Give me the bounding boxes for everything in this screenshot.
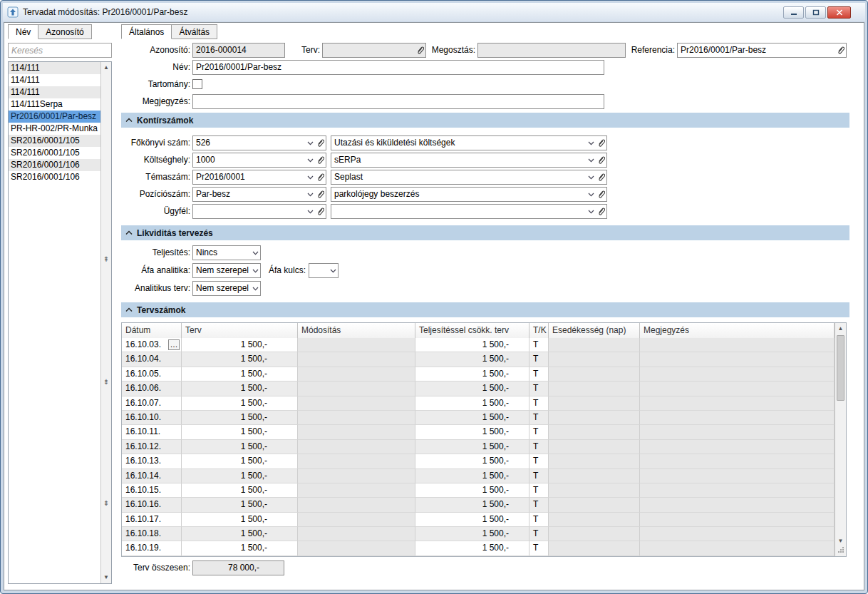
table-row[interactable]: 16.10.19.1 500,-1 500,-T: [122, 541, 835, 555]
table-cell[interactable]: 1 500,-: [182, 367, 298, 382]
table-cell[interactable]: T: [529, 382, 549, 396]
table-cell[interactable]: 1 500,-: [182, 483, 298, 498]
table-cell[interactable]: [298, 513, 415, 527]
row-editor-button[interactable]: …: [168, 339, 180, 350]
table-cell[interactable]: 1 500,-: [182, 541, 298, 555]
table-cell[interactable]: 1 500,-: [182, 513, 298, 527]
scroll-down-icon[interactable]: ▼: [835, 536, 846, 546]
table-cell[interactable]: [549, 498, 640, 512]
table-cell[interactable]: [549, 367, 640, 382]
table-cell[interactable]: 1 500,-: [415, 527, 529, 541]
afa-kulcs-combo[interactable]: [309, 263, 339, 278]
table-cell[interactable]: T: [529, 440, 549, 454]
table-cell[interactable]: [549, 425, 640, 439]
table-cell[interactable]: [549, 352, 640, 367]
table-cell[interactable]: T: [529, 367, 549, 382]
grid-column-header[interactable]: Terv: [182, 323, 298, 338]
table-cell[interactable]: [640, 513, 835, 527]
table-cell[interactable]: [640, 527, 835, 541]
table-cell[interactable]: 1 500,-: [182, 396, 298, 411]
table-cell[interactable]: [298, 396, 415, 411]
table-cell[interactable]: [549, 440, 640, 454]
grid-scrollbar[interactable]: ▲ ▼: [835, 323, 846, 556]
table-cell[interactable]: T: [529, 513, 549, 527]
table-cell[interactable]: T: [529, 396, 549, 411]
table-cell[interactable]: 16.10.14.: [122, 469, 182, 483]
teljesites-combo[interactable]: Nincs: [192, 245, 261, 260]
table-cell[interactable]: [298, 483, 415, 498]
grid-column-header[interactable]: Módosítás: [298, 323, 415, 338]
table-cell[interactable]: T: [529, 352, 549, 367]
table-cell[interactable]: T: [529, 527, 549, 541]
table-cell[interactable]: T: [529, 338, 549, 352]
table-cell[interactable]: [549, 483, 640, 498]
table-cell[interactable]: [640, 440, 835, 454]
table-cell[interactable]: [298, 440, 415, 454]
table-cell[interactable]: T: [529, 498, 549, 512]
table-cell[interactable]: 16.10.03.…: [122, 338, 182, 352]
scrollbar-thumb[interactable]: [837, 335, 844, 401]
close-button[interactable]: [827, 6, 851, 19]
table-cell[interactable]: 1 500,-: [182, 411, 298, 425]
table-cell[interactable]: T: [529, 541, 549, 555]
table-cell[interactable]: [298, 411, 415, 425]
table-cell[interactable]: 1 500,-: [415, 411, 529, 425]
table-cell[interactable]: [640, 469, 835, 483]
table-cell[interactable]: 1 500,-: [415, 513, 529, 527]
table-cell[interactable]: T: [529, 454, 549, 468]
table-cell[interactable]: 1 500,-: [415, 454, 529, 468]
table-cell[interactable]: [549, 541, 640, 555]
table-cell[interactable]: 16.10.06.: [122, 382, 182, 396]
table-row[interactable]: 16.10.04.1 500,-1 500,-T: [122, 352, 835, 367]
table-cell[interactable]: [298, 367, 415, 382]
table-cell[interactable]: 1 500,-: [182, 382, 298, 396]
table-cell[interactable]: 1 500,-: [182, 498, 298, 512]
grid-column-header[interactable]: Megjegyzés: [640, 323, 835, 338]
table-cell[interactable]: [298, 382, 415, 396]
table-row[interactable]: 16.10.14.1 500,-1 500,-T: [122, 469, 835, 483]
grid-column-header[interactable]: Esedékesség (nap): [549, 323, 640, 338]
table-cell[interactable]: [640, 352, 835, 367]
table-cell[interactable]: 1 500,-: [182, 527, 298, 541]
table-cell[interactable]: 16.10.07.: [122, 396, 182, 411]
table-cell[interactable]: 16.10.12.: [122, 440, 182, 454]
analitikus-terv-combo[interactable]: Nem szerepel: [192, 281, 261, 296]
titlebar[interactable]: Tervadat módosítás: Pr2016/0001/Par-besz: [3, 3, 865, 21]
table-cell[interactable]: [298, 498, 415, 512]
table-cell[interactable]: 1 500,-: [182, 352, 298, 367]
table-cell[interactable]: [549, 411, 640, 425]
table-cell[interactable]: [640, 483, 835, 498]
grid-column-header[interactable]: T/K: [529, 323, 549, 338]
table-cell[interactable]: 16.10.10.: [122, 411, 182, 425]
minimize-button[interactable]: [783, 6, 804, 19]
section-tervszamok[interactable]: Tervszámok: [121, 302, 849, 317]
table-cell[interactable]: [640, 367, 835, 382]
table-cell[interactable]: [549, 382, 640, 396]
tab-altalanos[interactable]: Általános: [121, 24, 172, 39]
table-row[interactable]: 16.10.05.1 500,-1 500,-T: [122, 367, 835, 382]
table-row[interactable]: 16.10.16.1 500,-1 500,-T: [122, 498, 835, 512]
table-cell[interactable]: 16.10.19.: [122, 541, 182, 555]
resize-grip-icon[interactable]: [835, 546, 846, 555]
table-cell[interactable]: 16.10.15.: [122, 483, 182, 498]
grid-column-header[interactable]: Teljesítéssel csökk. terv: [415, 323, 529, 338]
table-cell[interactable]: 1 500,-: [415, 396, 529, 411]
table-cell[interactable]: [640, 396, 835, 411]
table-cell[interactable]: T: [529, 469, 549, 483]
table-cell[interactable]: [549, 396, 640, 411]
table-cell[interactable]: 1 500,-: [415, 382, 529, 396]
table-cell[interactable]: 1 500,-: [415, 338, 529, 352]
table-cell[interactable]: [549, 527, 640, 541]
table-cell[interactable]: [640, 498, 835, 512]
grid-column-header[interactable]: Dátum: [122, 323, 182, 338]
table-cell[interactable]: 16.10.18.: [122, 527, 182, 541]
table-cell[interactable]: [640, 338, 835, 352]
table-cell[interactable]: [640, 411, 835, 425]
table-row[interactable]: 16.10.07.1 500,-1 500,-T: [122, 396, 835, 411]
table-cell[interactable]: 1 500,-: [415, 541, 529, 555]
table-cell[interactable]: [640, 382, 835, 396]
table-cell[interactable]: [298, 352, 415, 367]
table-cell[interactable]: 1 500,-: [182, 440, 298, 454]
table-cell[interactable]: 1 500,-: [415, 469, 529, 483]
table-cell[interactable]: [640, 454, 835, 468]
